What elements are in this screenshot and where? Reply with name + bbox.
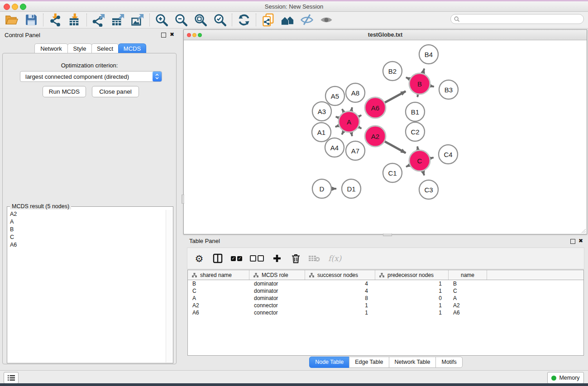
run-mcds-button[interactable]: Run MCDS xyxy=(43,86,86,97)
edge-B-B3[interactable] xyxy=(430,86,434,87)
node-D1[interactable]: D1 xyxy=(342,179,361,198)
clone-network-icon[interactable] xyxy=(260,13,276,27)
node-B3[interactable]: B3 xyxy=(439,80,458,99)
mcds-result-list[interactable]: A2ABCA6 xyxy=(8,210,166,362)
delete-icon[interactable] xyxy=(290,252,301,265)
network-canvas[interactable]: AA1A2A3A4A5A6A7A8BB1B2B3B4CC1C2C3C4DD1 xyxy=(184,40,587,234)
edge-A-A7[interactable] xyxy=(351,132,352,136)
hide-eye-icon[interactable] xyxy=(299,13,315,27)
zoom-selected-icon[interactable] xyxy=(212,13,228,27)
tab-node-table[interactable]: Node Table xyxy=(309,357,349,368)
tab-select[interactable]: Select xyxy=(91,43,119,53)
node-A7[interactable]: A7 xyxy=(346,141,365,160)
zoom-fit-icon[interactable] xyxy=(193,13,208,27)
mcds-result-item[interactable]: C xyxy=(8,233,166,241)
tab-motifs[interactable]: Motifs xyxy=(435,357,462,368)
node-C1[interactable]: C1 xyxy=(383,163,402,182)
export-table-icon[interactable] xyxy=(110,13,126,27)
select-all-icon[interactable]: ✓✓ xyxy=(231,252,242,265)
edge-A-A2[interactable] xyxy=(359,127,361,129)
splitter-grip-left[interactable] xyxy=(182,195,184,204)
save-session-icon[interactable] xyxy=(24,13,39,27)
show-panels-button[interactable] xyxy=(4,372,19,384)
resize-grip-icon[interactable] xyxy=(581,228,586,234)
zoom-in-icon[interactable] xyxy=(154,13,169,27)
node-A1[interactable]: A1 xyxy=(312,123,331,142)
node-A3[interactable]: A3 xyxy=(312,102,331,121)
close-panel-button[interactable]: Close panel xyxy=(92,86,139,97)
optimization-criterion-dropdown[interactable]: largest connected component (directed) xyxy=(20,71,162,82)
mcds-result-item[interactable]: A2 xyxy=(8,210,166,218)
columns-icon[interactable] xyxy=(212,252,223,265)
table-float-panel-icon[interactable] xyxy=(570,239,575,244)
node-B2[interactable]: B2 xyxy=(383,62,402,81)
export-network-icon[interactable] xyxy=(91,13,106,27)
edge-B-B2[interactable] xyxy=(406,77,410,79)
column-header-predecessor-nodes[interactable]: predecessor nodes xyxy=(375,270,449,280)
tab-mcds[interactable]: MCDS xyxy=(118,43,146,53)
column-header-shared-name[interactable]: shared name xyxy=(188,270,249,280)
node-A6[interactable]: A6 xyxy=(365,97,386,118)
edge-B-B1[interactable] xyxy=(417,95,418,97)
edge-C-C2[interactable] xyxy=(417,147,418,150)
edge-A6-B[interactable] xyxy=(385,91,406,103)
node-A8[interactable]: A8 xyxy=(346,83,365,102)
tab-style[interactable]: Style xyxy=(67,43,92,53)
table-row[interactable]: Cdominator41C xyxy=(188,287,583,295)
edge-A-A8[interactable] xyxy=(351,107,352,111)
close-panel-icon[interactable]: ✖ xyxy=(170,31,174,38)
table-close-panel-icon[interactable]: ✖ xyxy=(578,238,583,244)
node-A2[interactable]: A2 xyxy=(365,126,386,147)
export-image-icon[interactable] xyxy=(130,13,145,27)
node-D[interactable]: D xyxy=(312,179,331,198)
node-C3[interactable]: C3 xyxy=(419,180,438,199)
search-input[interactable] xyxy=(462,15,583,23)
edge-A-A1[interactable] xyxy=(335,125,339,127)
import-network-icon[interactable] xyxy=(48,13,63,27)
edge-C-C1[interactable] xyxy=(406,165,410,167)
node-B4[interactable]: B4 xyxy=(419,45,438,64)
gear-icon[interactable]: ⚙ xyxy=(194,252,205,265)
edge-A-A4[interactable] xyxy=(342,131,344,134)
mcds-result-item[interactable]: A xyxy=(8,218,166,225)
column-header-MCDS-role[interactable]: MCDS role xyxy=(249,270,305,280)
node-B[interactable]: B xyxy=(409,73,430,94)
edge-A-A6[interactable] xyxy=(359,115,361,116)
table-row[interactable]: A6connector11A6 xyxy=(188,309,583,316)
node-A5[interactable]: A5 xyxy=(325,86,344,105)
node-C[interactable]: C xyxy=(409,150,430,171)
table-row[interactable]: A2connector11A2 xyxy=(188,302,583,309)
tab-network[interactable]: Network xyxy=(34,43,68,53)
import-table-icon[interactable] xyxy=(67,13,82,27)
show-eye-icon[interactable] xyxy=(319,13,334,27)
tab-network-table[interactable]: Network Table xyxy=(389,357,436,368)
edge-A-A3[interactable] xyxy=(336,117,339,118)
home-icon[interactable] xyxy=(280,13,295,27)
open-session-icon[interactable] xyxy=(4,13,19,27)
table-row[interactable]: Adominator80A xyxy=(188,295,583,302)
edge-C-C3[interactable] xyxy=(423,171,424,176)
network-graph[interactable]: AA1A2A3A4A5A6A7A8BB1B2B3B4CC1C2C3C4DD1 xyxy=(184,40,587,234)
column-header-name[interactable]: name xyxy=(449,270,487,280)
column-header-successor-nodes[interactable]: successor nodes xyxy=(305,270,375,280)
node-B1[interactable]: B1 xyxy=(406,102,425,121)
edge-B-B4[interactable] xyxy=(423,69,424,74)
zoom-out-icon[interactable] xyxy=(173,13,189,27)
node-C4[interactable]: C4 xyxy=(439,145,458,164)
tab-edge-table[interactable]: Edge Table xyxy=(349,357,389,368)
float-panel-icon[interactable] xyxy=(161,33,166,38)
node-C2[interactable]: C2 xyxy=(406,122,425,141)
mcds-result-item[interactable]: A6 xyxy=(8,241,166,248)
add-column-icon[interactable] xyxy=(272,252,282,265)
memory-button[interactable]: Memory xyxy=(547,372,584,384)
deselect-all-icon[interactable] xyxy=(250,252,264,265)
refresh-icon[interactable] xyxy=(236,13,252,27)
table-row[interactable]: Bdominator41B xyxy=(188,280,583,287)
edge-A-A5[interactable] xyxy=(342,109,344,112)
edge-C-C4[interactable] xyxy=(430,157,433,158)
node-A4[interactable]: A4 xyxy=(325,138,344,157)
edge-A2-C[interactable] xyxy=(385,142,406,153)
mcds-result-scrollbar[interactable] xyxy=(166,210,172,362)
node-A[interactable]: A xyxy=(339,111,359,132)
mcds-result-item[interactable]: B xyxy=(8,225,166,233)
